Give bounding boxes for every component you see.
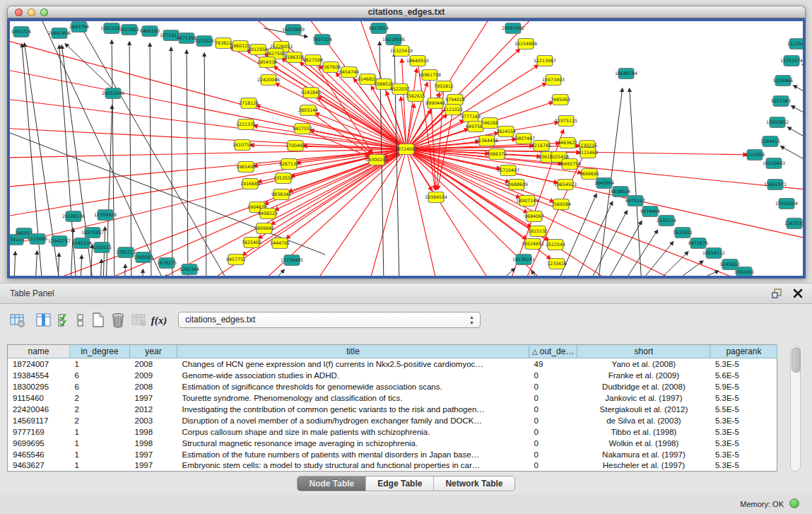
graph-node-15325419[interactable]: 15325419 xyxy=(390,46,413,57)
graph-node-21364456[interactable]: 21364456 xyxy=(476,136,498,146)
graph-node-1250515[interactable]: 1250515 xyxy=(92,243,112,253)
citation-edge-black[interactable] xyxy=(71,228,73,276)
cell-pagerank[interactable]: 5.3E-5 xyxy=(710,460,777,472)
cell-short[interactable]: Hescheler et al. (1997) xyxy=(577,460,710,472)
graph-node-9627508[interactable]: 9627508 xyxy=(303,55,323,66)
cell-name[interactable]: 9115460 xyxy=(8,392,70,404)
citation-network-graph[interactable]: 9355724206914062843794106532671527602646… xyxy=(10,21,803,276)
graph-node-9777169[interactable]: 9777169 xyxy=(461,112,481,122)
graph-node-16648784[interactable]: 16648784 xyxy=(615,69,637,79)
cell-title[interactable]: Genome-wide association studies in ADHD. xyxy=(177,370,529,381)
graph-node-8216785[interactable]: 8216785 xyxy=(531,141,551,151)
cell-year[interactable]: 2008 xyxy=(130,358,177,370)
graph-node-17016504[interactable]: 17016504 xyxy=(775,199,798,209)
network-canvas[interactable]: 9355724206914062843794106532671527602646… xyxy=(7,18,806,279)
cell-out-degree[interactable]: 0 xyxy=(529,449,577,460)
cell-in-degree[interactable]: 2 xyxy=(70,392,130,404)
cell-year[interactable]: 2008 xyxy=(130,381,177,392)
graph-node-10654112[interactable]: 10654112 xyxy=(702,248,725,259)
citation-edge-black[interactable] xyxy=(688,271,719,276)
graph-node-1678275[interactable]: 1678275 xyxy=(157,258,177,269)
graph-node-1092450[interactable]: 1092450 xyxy=(734,267,754,276)
graph-node-9427552[interactable]: 9427552 xyxy=(293,124,312,134)
cell-year[interactable]: 1997 xyxy=(130,392,177,404)
cell-out-degree[interactable]: 0 xyxy=(529,404,577,415)
graph-node-20053346[interactable]: 20053346 xyxy=(102,88,124,99)
graph-node-16033809[interactable]: 16033809 xyxy=(282,25,305,35)
graph-node-16961758[interactable]: 16961758 xyxy=(418,70,441,81)
graph-node-9227343[interactable]: 9227343 xyxy=(771,96,791,107)
cell-year[interactable]: 1998 xyxy=(130,426,177,438)
graph-node-2935114[interactable]: 2935114 xyxy=(657,216,676,226)
graph-node-9115460[interactable]: 9115460 xyxy=(578,148,598,158)
cell-short[interactable]: de Silva et al. (2003) xyxy=(577,415,710,426)
citation-edge-black[interactable] xyxy=(150,43,151,276)
citation-edge-red[interactable] xyxy=(367,149,406,276)
cell-pagerank[interactable]: 5.3E-5 xyxy=(710,358,777,370)
graph-node-20587682[interactable]: 20587682 xyxy=(502,23,524,34)
table-row[interactable]: 1456911722003Disruption of a novel membe… xyxy=(8,415,777,426)
cell-pagerank[interactable]: 5.9E-5 xyxy=(710,381,777,392)
graph-node-2718126[interactable]: 2718126 xyxy=(239,98,259,109)
graph-node-1854338[interactable]: 1854338 xyxy=(257,57,277,68)
cell-in-degree[interactable]: 1 xyxy=(70,426,130,438)
graph-node-7632621[interactable]: 7632621 xyxy=(673,228,693,238)
graph-node-9474444[interactable]: 9474444 xyxy=(640,206,660,217)
graph-node-10688609[interactable]: 10688609 xyxy=(505,180,528,190)
citation-edge-black[interactable] xyxy=(630,88,642,276)
graph-node-1233426[interactable]: 1233426 xyxy=(547,259,567,269)
cell-pagerank[interactable]: 5.6E-5 xyxy=(710,370,777,381)
cell-out-degree[interactable]: 0 xyxy=(529,426,577,438)
citation-edge-black[interactable] xyxy=(794,86,803,96)
citation-edge-black[interactable] xyxy=(124,264,126,276)
citation-edge-red[interactable] xyxy=(371,86,406,149)
graph-node-1562615[interactable]: 1562615 xyxy=(406,91,425,102)
citation-edge-black[interactable] xyxy=(589,211,627,276)
table-row[interactable]: 946554611997Estimation of the future num… xyxy=(8,449,777,460)
graph-node-1527602[interactable]: 1527602 xyxy=(119,25,139,35)
cell-name[interactable]: 18724007 xyxy=(8,358,70,370)
graph-node-1545194[interactable]: 1545194 xyxy=(72,238,92,249)
cell-title[interactable]: Estimation of significance thresholds fo… xyxy=(177,381,529,392)
graph-node-7857224[interactable]: 7857224 xyxy=(312,35,332,45)
cell-in-degree[interactable]: 2 xyxy=(70,415,130,426)
citation-edge-black[interactable] xyxy=(10,118,325,255)
cell-name[interactable]: 18300295 xyxy=(8,381,70,392)
graph-node-2522543[interactable]: 2522543 xyxy=(546,240,565,250)
tab-node-table[interactable]: Node Table xyxy=(298,477,366,491)
graph-node-1167533[interactable]: 1167533 xyxy=(784,218,803,229)
citation-edge-black[interactable] xyxy=(623,230,658,276)
cell-name[interactable]: 14569117 xyxy=(8,415,70,426)
graph-node-1221335[interactable]: 1221335 xyxy=(236,119,256,130)
citation-edge-black[interactable] xyxy=(792,106,803,117)
graph-node-1815132[interactable]: 1815132 xyxy=(528,226,548,237)
graph-node-9242845[interactable]: 9242845 xyxy=(301,88,321,98)
cell-out-degree[interactable]: 0 xyxy=(529,460,577,472)
cell-name[interactable]: 9777169 xyxy=(8,426,70,438)
cell-in-degree[interactable]: 1 xyxy=(70,438,130,449)
table-row[interactable]: 2242004622012Investigating the contribut… xyxy=(8,404,777,415)
graph-node-18495758[interactable]: 18495758 xyxy=(558,159,581,170)
citation-edge-red[interactable] xyxy=(28,149,406,276)
graph-node-19524851[interactable]: 19524851 xyxy=(522,239,544,250)
cell-name[interactable]: 9699695 xyxy=(8,438,70,449)
citation-edge-black[interactable] xyxy=(65,44,112,88)
cell-pagerank[interactable]: 5.3E-5 xyxy=(710,426,777,438)
graph-node-746266[interactable]: 746266 xyxy=(481,118,498,129)
graph-node-7625402[interactable]: 7625402 xyxy=(242,238,261,248)
graph-node-763822[interactable]: 763822 xyxy=(215,38,232,49)
citation-edge-black[interactable] xyxy=(35,251,37,276)
cell-in-degree[interactable]: 1 xyxy=(70,460,130,472)
cell-out-degree[interactable]: 0 xyxy=(529,438,577,449)
table-row[interactable]: 977716911998Corpus callosum shape and si… xyxy=(8,426,777,438)
column-header-year[interactable]: year xyxy=(130,345,177,358)
graph-node-2843794[interactable]: 2843794 xyxy=(69,22,89,33)
column-header-out-degree[interactable]: △out_de… xyxy=(529,345,577,358)
cell-title[interactable]: Structural magnetic resonance image aver… xyxy=(177,438,529,449)
cell-name[interactable]: 9465546 xyxy=(8,449,70,460)
graph-node-20691406[interactable]: 20691406 xyxy=(48,28,71,39)
trash-icon[interactable] xyxy=(109,311,127,329)
graph-node-1353559[interactable]: 1353559 xyxy=(273,173,293,184)
graph-node-9990448[interactable]: 9990448 xyxy=(425,98,445,109)
graph-node-16154808[interactable]: 16154808 xyxy=(514,39,537,49)
